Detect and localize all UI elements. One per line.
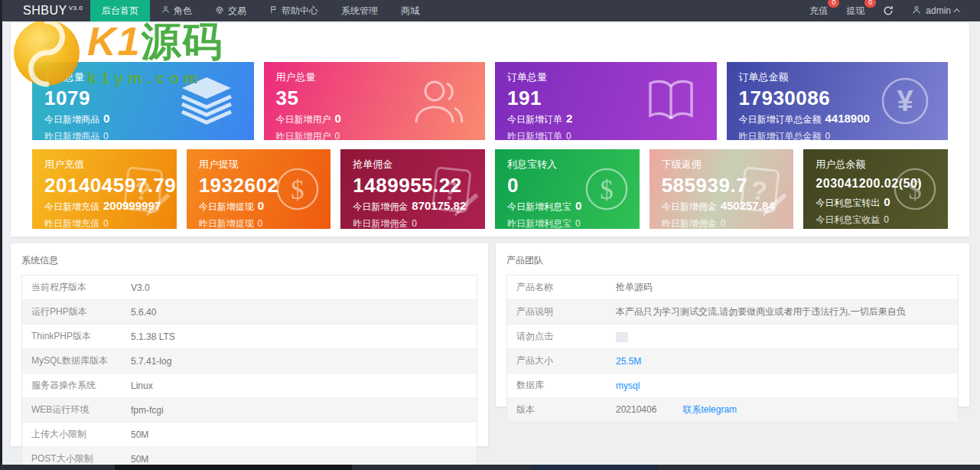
version-value: 20210406 [616,404,656,415]
nav-item-system-manage[interactable]: 系统管理 [330,0,389,21]
product-team-panel: 产品团队 产品名称抢单源码 产品说明本产品只为学习测试交流,请勿要做商业或者用于… [496,243,969,406]
product-team-table: 产品名称抢单源码 产品说明本产品只为学习测试交流,请勿要做商业或者用于违法行为,… [506,275,959,423]
table-row: 上传大小限制50M [22,423,477,447]
app-logo-version: V3.0 [69,5,83,11]
recharge-badge: 0 [828,0,839,8]
system-info-table: 当前程序版本V3.0 运行PHP版本5.6.40 ThinkPHP版本5.1.3… [21,275,477,470]
table-row: 版本20210406联系telegram [507,398,958,422]
table-row: MySQL数据库版本5.7.41-log [22,349,477,374]
stat-card-sub-rebate: 下级返佣 585939.7 今日新增佣金450257.84 昨日新增佣金0 ? [650,149,794,229]
withdraw-link[interactable]: 提现 0 [846,5,864,18]
app-logo[interactable]: SHBUYV3.0 [0,4,90,18]
taskbar-strip [0,465,980,470]
database-link[interactable]: mysql [616,380,640,391]
stats-row-2: 用户充值 201404597.79 今日新增充值200999997 昨日新增充值… [32,149,948,229]
stat-card-users-total: 用户总量 35 今日新增用户0 昨日新增用户0 [264,62,486,140]
nav-item-mall[interactable]: 商城 [389,0,431,21]
table-row: 产品大小25.5M [507,349,958,374]
table-row: ThinkPHP版本5.1.38 LTS [22,325,477,349]
table-row: 产品说明本产品只为学习测试交流,请勿要做商业或者用于违法行为,一切后果自负 [507,300,958,325]
stat-card-order-amount-total: 订单总金额 17930086 今日新增订单总金额4418900 昨日新增订单总金… [727,62,949,140]
stat-card-user-withdraw: 用户提现 1932602 今日新增提现0 昨日新增提现0 $ [187,149,331,229]
taskbar-segment [115,465,352,470]
table-row: 当前程序版本V3.0 [22,276,477,300]
top-navbar: SHBUYV3.0 后台首页 角色 交易 帮助中心 系统管理 商城 充值 0 [0,0,980,21]
table-row: 服务器操作系统Linux [22,374,477,398]
taskbar-segment [532,465,658,470]
nav-item-roles[interactable]: 角色 [150,0,203,21]
table-row: 请勿点击 [507,325,958,349]
username: admin [926,5,951,16]
hidden-image-placeholder[interactable] [616,332,628,342]
table-row: 产品名称抢单源码 [507,276,958,300]
scales-icon [215,5,224,17]
navbar-right: 充值 0 提现 0 admin [809,5,980,18]
main-nav: 后台首页 角色 交易 帮助中心 系统管理 商城 [90,0,431,21]
stat-card-user-balance-total: 用户总余额 203041200.02(50) 今日利息宝转出0 今日利息宝收益0… [803,149,948,229]
user-avatar-icon [912,5,921,17]
system-info-panel: 系统信息 当前程序版本V3.0 运行PHP版本5.6.40 ThinkPHP版本… [11,243,488,446]
recharge-link[interactable]: 充值 0 [809,5,828,18]
table-row: WEB运行环境fpm-fcgi [22,398,477,423]
stat-card-interest-transfer-in: 利息宝转入 0 今日新增利息宝0 昨日新增利息宝0 $ [495,149,640,229]
stat-card-goods-total: 商品总量 1079 今日新增商品0 昨日新增商品0 [32,62,254,140]
nav-item-help-center[interactable]: 帮助中心 [258,0,330,21]
stat-card-orders-total: 订单总量 191 今日新增订单2 昨日新增订单0 [495,62,717,140]
app-logo-text: SHBUY [23,4,67,17]
table-row: 运行PHP版本5.6.40 [22,300,477,325]
user-menu[interactable]: admin [912,5,960,17]
product-size-link[interactable]: 25.5M [616,356,641,367]
product-team-title: 产品团队 [496,243,969,275]
table-row: 数据库mysql [507,374,958,398]
telegram-contact-link[interactable]: 联系telegram [682,404,737,415]
refresh-icon[interactable] [883,5,894,16]
chevron-up-icon [953,8,959,15]
section-title: 商城统计 [32,38,959,51]
system-info-title: 系统信息 [11,243,488,275]
withdraw-badge: 0 [864,0,876,8]
stat-card-grab-commission: 抢单佣金 1489955.22 今日新增佣金870175.82 昨日新增佣金0 … [340,149,485,229]
window-left-edge [0,0,2,470]
user-icon [161,5,170,16]
nav-item-trade[interactable]: 交易 [203,0,258,21]
stats-row-1: 商品总量 1079 今日新增商品0 昨日新增商品0 用户总量 35 今日新增用户… [32,62,948,140]
mall-stats-panel: 商城统计 商品总量 1079 今日新增商品0 昨日新增商品0 用户总量 35 今… [11,23,969,237]
stat-card-user-recharge: 用户充值 201404597.79 今日新增充值200999997 昨日新增充值… [32,149,177,229]
nav-item-dashboard[interactable]: 后台首页 [90,0,150,21]
flag-icon [269,5,278,16]
